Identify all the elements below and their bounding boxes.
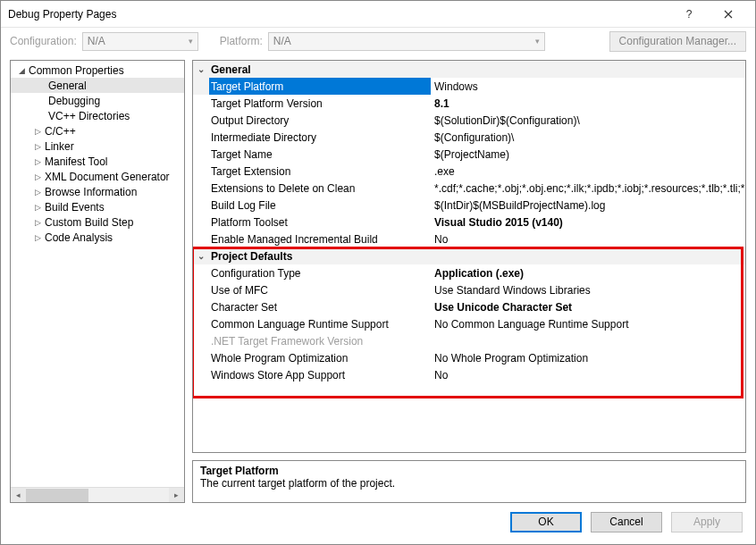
cancel-button[interactable]: Cancel [591, 512, 662, 532]
prop-use-of-mfc[interactable]: Use of MFCUse Standard Windows Libraries [193, 281, 745, 298]
prop-build-log-file[interactable]: Build Log File$(IntDir)$(MSBuildProjectN… [193, 197, 745, 214]
collapse-icon: ⌄ [193, 64, 209, 74]
prop-target-platform-version[interactable]: Target Platform Version8.1 [193, 95, 745, 112]
expand-icon: ▷ [32, 188, 43, 197]
tree-item-general[interactable]: General [11, 78, 184, 93]
prop-dotnet-target-framework[interactable]: .NET Target Framework Version [193, 332, 745, 349]
prop-clr-support[interactable]: Common Language Runtime SupportNo Common… [193, 315, 745, 332]
prop-whole-program-optimization[interactable]: Whole Program OptimizationNo Whole Progr… [193, 349, 745, 366]
platform-select[interactable]: N/A ▾ [268, 32, 545, 51]
window-title: Debug Property Pages [8, 8, 669, 21]
apply-button[interactable]: Apply [671, 512, 743, 532]
expand-icon: ▷ [32, 172, 43, 181]
prop-configuration-type[interactable]: Configuration TypeApplication (.exe) [193, 264, 745, 281]
tree-item-debugging[interactable]: Debugging [11, 93, 184, 108]
tree-item-xml-doc-generator[interactable]: ▷XML Document Generator [11, 169, 184, 184]
scroll-left-icon[interactable]: ◂ [11, 488, 26, 503]
expand-icon: ▷ [32, 218, 43, 227]
close-icon [724, 10, 733, 19]
platform-label: Platform: [220, 35, 263, 47]
description-text: The current target platform of the proje… [200, 477, 738, 490]
expand-icon: ▷ [32, 127, 43, 136]
tree[interactable]: ◢ Common Properties General Debugging VC… [11, 61, 184, 487]
body: ◢ Common Properties General Debugging VC… [1, 54, 755, 505]
prop-windows-store-app-support[interactable]: Windows Store App SupportNo [193, 366, 745, 383]
category-general[interactable]: ⌄ General [193, 61, 745, 78]
configuration-manager-button[interactable]: Configuration Manager... [609, 31, 746, 52]
prop-target-platform[interactable]: Target Platform Windows [193, 78, 745, 95]
titlebar: Debug Property Pages ? [1, 1, 755, 28]
prop-platform-toolset[interactable]: Platform ToolsetVisual Studio 2015 (v140… [193, 214, 745, 231]
category-project-defaults[interactable]: ⌄ Project Defaults [193, 247, 745, 264]
tree-item-manifest-tool[interactable]: ▷Manifest Tool [11, 154, 184, 169]
tree-item-vcpp-directories[interactable]: VC++ Directories [11, 108, 184, 123]
prop-target-extension[interactable]: Target Extension.exe [193, 163, 745, 180]
help-button[interactable]: ? [669, 2, 709, 27]
tree-item-linker[interactable]: ▷Linker [11, 138, 184, 154]
prop-intermediate-directory[interactable]: Intermediate Directory$(Configuration)\ [193, 129, 745, 146]
description-title: Target Platform [200, 465, 738, 477]
collapse-icon: ⌄ [193, 251, 209, 261]
tree-item-build-events[interactable]: ▷Build Events [11, 199, 184, 214]
scroll-thumb[interactable] [26, 489, 88, 502]
property-grid: ⌄ General Target Platform Windows Target… [192, 60, 746, 453]
configuration-select[interactable]: N/A ▾ [82, 32, 198, 51]
chevron-down-icon: ▾ [189, 37, 193, 46]
tree-item-c-cpp[interactable]: ▷C/C++ [11, 123, 184, 138]
expand-icon: ▷ [32, 142, 43, 151]
tree-item-code-analysis[interactable]: ▷Code Analysis [11, 230, 184, 245]
scroll-right-icon[interactable]: ▸ [169, 488, 184, 503]
ok-button[interactable]: OK [510, 512, 582, 532]
prop-character-set[interactable]: Character SetUse Unicode Character Set [193, 298, 745, 315]
tree-root[interactable]: ◢ Common Properties [11, 63, 184, 78]
tree-item-browse-information[interactable]: ▷Browse Information [11, 184, 184, 199]
close-button[interactable] [709, 2, 748, 27]
expand-icon: ▷ [32, 203, 43, 212]
prop-output-directory[interactable]: Output Directory$(SolutionDir)$(Configur… [193, 112, 745, 129]
config-bar: Configuration: N/A ▾ Platform: N/A ▾ Con… [1, 28, 755, 54]
collapse-icon: ◢ [16, 66, 27, 75]
tree-pane: ◢ Common Properties General Debugging VC… [10, 60, 185, 503]
expand-icon: ▷ [32, 157, 43, 166]
tree-hscrollbar[interactable]: ◂ ▸ [11, 487, 184, 502]
tree-item-custom-build-step[interactable]: ▷Custom Build Step [11, 214, 184, 230]
expand-icon: ▷ [32, 233, 43, 242]
description-pane: Target Platform The current target platf… [192, 460, 746, 503]
chevron-down-icon: ▾ [535, 37, 540, 46]
property-pages-dialog: Debug Property Pages ? Configuration: N/… [0, 0, 756, 545]
configuration-label: Configuration: [10, 35, 77, 47]
prop-extensions-to-delete[interactable]: Extensions to Delete on Clean*.cdf;*.cac… [193, 180, 745, 197]
prop-enable-managed-incremental[interactable]: Enable Managed Incremental BuildNo [193, 231, 745, 247]
right-column: ⌄ General Target Platform Windows Target… [192, 60, 746, 503]
footer: OK Cancel Apply [1, 505, 755, 544]
prop-target-name[interactable]: Target Name$(ProjectName) [193, 146, 745, 163]
